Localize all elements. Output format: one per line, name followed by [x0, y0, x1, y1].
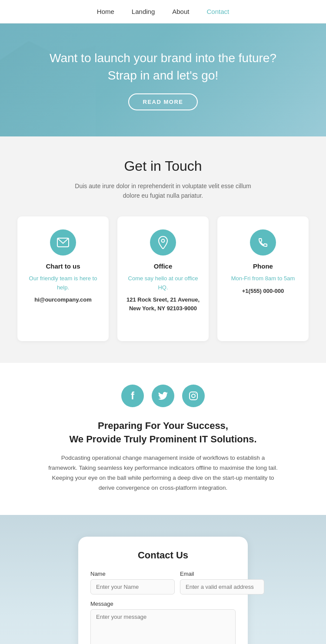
- card-sub-phone: Mon-Fri from 8am to 5am: [226, 274, 300, 283]
- contact-section: Contact Us Name Email Message Gallery: [0, 515, 326, 644]
- social-description: Podcasting operational change management…: [48, 453, 278, 493]
- card-title-office: Office: [126, 262, 200, 270]
- twitter-icon[interactable]: [152, 385, 174, 407]
- get-in-touch-title: Get in Touch: [17, 158, 309, 174]
- instagram-icon[interactable]: [182, 385, 205, 407]
- card-detail-office: 121 Rock Sreet, 21 Avenue, New York, NY …: [126, 295, 200, 312]
- card-title-phone: Phone: [226, 262, 300, 270]
- get-in-touch-description: Duis aute irure dolor in reprehenderit i…: [67, 181, 259, 201]
- contact-cards: Chart to us Our friendly team is here to…: [17, 216, 309, 342]
- facebook-icon[interactable]: f: [121, 385, 144, 407]
- card-sub-office: Come say hello at our office HQ.: [126, 274, 200, 292]
- card-title-email: Chart to us: [26, 262, 100, 270]
- social-headline: Preparing For Your Success, We Provide T…: [17, 419, 309, 446]
- social-section: f Preparing For Your Success, We Provide…: [0, 363, 326, 515]
- email-input[interactable]: [180, 579, 264, 594]
- message-textarea[interactable]: [90, 609, 236, 644]
- contact-form-title: Contact Us: [90, 550, 236, 561]
- message-label: Message: [90, 601, 236, 607]
- card-detail-phone: +1(555) 000-000: [226, 287, 300, 295]
- name-label: Name: [90, 571, 175, 577]
- hero-section: Want to launch your brand into the futur…: [0, 23, 326, 136]
- contact-card-email: Chart to us Our friendly team is here to…: [17, 216, 109, 342]
- social-icons-row: f: [17, 385, 309, 407]
- nav-about[interactable]: About: [172, 8, 189, 15]
- name-email-row: Name Email: [90, 571, 236, 594]
- card-detail-email: hi@ourcompany.com: [26, 295, 100, 304]
- svg-rect-2: [190, 392, 197, 400]
- read-more-button[interactable]: READ MORE: [128, 93, 198, 110]
- phone-icon: [250, 229, 276, 256]
- get-in-touch-section: Get in Touch Duis aute irure dolor in re…: [0, 136, 326, 363]
- svg-point-3: [192, 394, 195, 398]
- contact-form-card: Contact Us Name Email Message Gallery: [78, 537, 248, 644]
- message-group: Message: [90, 601, 236, 644]
- svg-point-4: [196, 393, 196, 394]
- contact-card-office: Office Come say hello at our office HQ. …: [117, 216, 209, 342]
- svg-point-1: [162, 239, 165, 242]
- nav-home[interactable]: Home: [97, 8, 114, 15]
- email-icon: [50, 229, 76, 256]
- nav-contact[interactable]: Contact: [206, 8, 229, 15]
- card-sub-email: Our friendly team is here to help.: [26, 274, 100, 292]
- contact-card-phone: Phone Mon-Fri from 8am to 5am +1(555) 00…: [217, 216, 309, 342]
- email-label: Email: [180, 571, 264, 577]
- location-icon: [150, 229, 176, 256]
- main-nav: Home Landing About Contact: [0, 0, 326, 23]
- name-group: Name: [90, 571, 175, 594]
- name-input[interactable]: [90, 579, 175, 594]
- nav-landing[interactable]: Landing: [132, 8, 155, 15]
- email-group: Email: [180, 571, 264, 594]
- hero-headline: Want to launch your brand into the futur…: [41, 50, 285, 83]
